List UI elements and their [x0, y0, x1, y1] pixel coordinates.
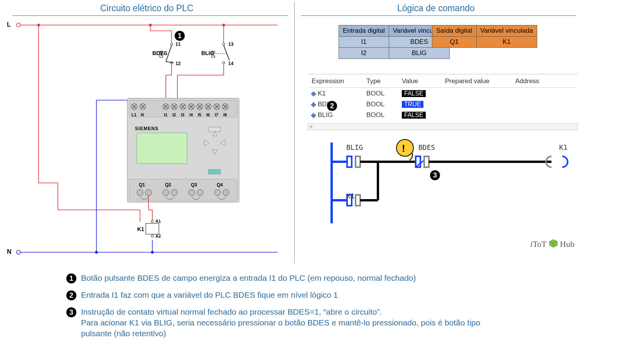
- svg-point-79: [163, 189, 169, 196]
- ladder-k1-coil-label: K1: [559, 143, 568, 151]
- bullet-2: 2: [66, 290, 76, 300]
- cube-icon: [549, 239, 558, 248]
- plc-q1: Q1: [139, 182, 145, 188]
- header-left: Circuito elétrico do PLC: [100, 3, 194, 13]
- svg-point-2: [17, 250, 20, 254]
- ladder-bdes-label: BDES: [418, 143, 435, 151]
- blig-14: 14: [228, 61, 233, 66]
- in-r0c0: I1: [339, 37, 389, 48]
- ladder-k1-seal-label: K1: [346, 192, 355, 200]
- in-h1: Entrada digital: [339, 25, 389, 37]
- brand-logo: iToT Hub: [530, 239, 575, 249]
- mon-col-expr: Expression: [309, 75, 362, 88]
- plc-in-i8: I8: [223, 112, 227, 117]
- explanation-2: Entrada I1 faz com que a variável do PLC…: [81, 290, 338, 300]
- svg-rect-70: [208, 127, 221, 132]
- svg-point-84: [223, 189, 229, 196]
- svg-point-82: [197, 189, 203, 196]
- mon-r0-val: FALSE: [402, 90, 426, 97]
- mon-r1-type: BOOL: [363, 99, 398, 109]
- plc-q3: Q3: [191, 182, 197, 188]
- plc-in-i5: I5: [198, 112, 201, 117]
- svg-rect-89: [146, 223, 159, 234]
- out-r0c0: Q1: [432, 37, 477, 48]
- plc-in-l1: L1: [131, 112, 137, 117]
- mon-r2-name: BLIG: [318, 111, 333, 119]
- mon-r2-type: BOOL: [363, 110, 398, 120]
- out-h2: Variável vinculada: [476, 25, 537, 37]
- relay-k1-label: K1: [137, 226, 144, 232]
- svg-point-19: [223, 24, 225, 27]
- svg-point-20: [170, 43, 173, 45]
- warning-icon: !: [402, 142, 405, 154]
- rule-right: [301, 15, 576, 16]
- plc-in-i4: I4: [189, 112, 193, 117]
- mon-col-prep: Prepared value: [442, 75, 511, 88]
- out-r0c1: K1: [476, 37, 537, 48]
- svg-rect-94: [356, 156, 360, 167]
- bullet-3-marker: 3: [430, 170, 440, 180]
- output-mapping-table: Saída digitalVariável vinculada Q1K1: [432, 25, 537, 48]
- plc-in-i6: I6: [206, 112, 210, 117]
- bdes-12: 12: [175, 61, 180, 66]
- scroll-hint[interactable]: <: [308, 123, 578, 130]
- diamond-icon: [311, 112, 316, 118]
- explanation-3a: Instrução de contato virtual normal fech…: [81, 307, 382, 317]
- variable-monitor-table: Expression Type Value Prepared value Add…: [308, 74, 578, 121]
- brand-tot: ToT: [533, 239, 546, 249]
- svg-rect-99: [356, 195, 360, 206]
- out-h1: Saída digital: [432, 25, 477, 37]
- bullet-1-marker: 1: [175, 31, 185, 41]
- svg-point-77: [137, 189, 143, 196]
- svg-point-78: [145, 189, 152, 196]
- relay-a1: A1: [155, 219, 161, 223]
- mon-r0-type: BOOL: [363, 89, 398, 99]
- electrical-circuit: [0, 17, 293, 268]
- svg-rect-93: [347, 156, 352, 167]
- bullet-2-marker: 2: [327, 101, 337, 111]
- plc-q4: Q4: [217, 182, 223, 188]
- explanation-3b: Para acionar K1 via BLIG, seria necessár…: [81, 317, 480, 328]
- blig-13: 13: [228, 42, 233, 47]
- in-r1c1: BLIG: [389, 48, 450, 59]
- plc-brand: SIEMENS: [135, 126, 158, 131]
- plc-in-n: N: [141, 112, 144, 117]
- svg-point-25: [223, 43, 225, 45]
- plc-q2: Q2: [165, 182, 171, 188]
- relay-a2: A2: [155, 234, 161, 238]
- svg-line-27: [224, 45, 229, 60]
- mon-r1-val: TRUE: [402, 101, 423, 108]
- header-right: Lógica de comando: [397, 3, 475, 13]
- svg-point-26: [223, 62, 225, 64]
- mon-col-type: Type: [363, 75, 398, 88]
- plc-in-i2: I2: [172, 112, 176, 117]
- ladder-blig-label: BLIG: [346, 143, 363, 151]
- svg-point-90: [151, 235, 153, 237]
- plc-in-i7: I7: [215, 112, 218, 117]
- svg-point-9: [37, 24, 40, 27]
- vertical-divider: [294, 2, 295, 264]
- svg-rect-69: [137, 133, 187, 164]
- mon-r2-val: FALSE: [402, 112, 426, 119]
- bullet-1: 1: [66, 273, 76, 283]
- svg-point-15: [149, 24, 152, 27]
- rule-left: [12, 15, 288, 16]
- mon-col-val: Value: [399, 75, 441, 88]
- plc-in-i1: I1: [164, 112, 167, 117]
- explanation-3c: pulsante (não retentivo): [81, 328, 166, 339]
- svg-point-11: [95, 251, 98, 254]
- plc-in-i3: I3: [181, 112, 184, 117]
- brand-hub: Hub: [560, 239, 575, 249]
- svg-rect-104: [424, 156, 429, 167]
- rail-l-label: L: [7, 21, 11, 28]
- svg-point-13: [151, 251, 154, 254]
- mon-r0-name: K1: [318, 90, 326, 97]
- rail-n-label: N: [7, 248, 12, 255]
- svg-point-80: [171, 189, 177, 196]
- in-r1c0: I2: [339, 48, 389, 59]
- svg-point-81: [189, 189, 195, 196]
- diamond-icon: [311, 102, 316, 107]
- diamond-icon: [311, 91, 316, 96]
- svg-point-83: [214, 189, 221, 196]
- svg-point-0: [17, 23, 20, 27]
